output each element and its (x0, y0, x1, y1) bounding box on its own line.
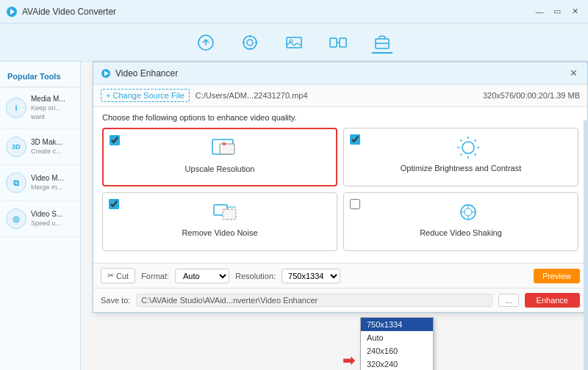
sidebar-item-video-s[interactable]: ◎ Video S...Speed u... (0, 201, 80, 237)
svg-line-27 (460, 139, 462, 141)
preview-btn[interactable]: Preview (534, 269, 580, 283)
save-bar: Save to: C:\AVAide Studio\AVAid...nverte… (93, 288, 587, 312)
shaking-icon (365, 199, 572, 225)
svg-point-22 (462, 142, 474, 153)
enhance-btn[interactable]: Enhance (525, 293, 580, 308)
dropdown-item-320x240[interactable]: 320x240 (361, 358, 433, 370)
video-s-icon: ◎ (6, 208, 26, 229)
3d-icon: 3D (6, 137, 26, 157)
window-controls: — ▭ ✕ (532, 4, 582, 19)
noise-label: Remove Video Noise (182, 228, 257, 237)
save-label: Save to: (101, 296, 130, 305)
sidebar: Popular Tools i Media M...Keep ori...wan… (0, 62, 81, 370)
resolution-dropdown[interactable]: 750x1334 Auto 240x160 320x240 480x320 64… (360, 317, 434, 370)
format-select[interactable]: Auto MP4 AVI MOV (175, 269, 229, 283)
dialog-close-btn[interactable]: ✕ (567, 67, 580, 80)
option-shaking-top (350, 199, 572, 225)
cut-icon: ✂ (107, 271, 114, 280)
shaking-checkbox[interactable] (350, 199, 360, 209)
cut-label: Cut (116, 272, 129, 280)
toolbar (0, 23, 588, 62)
save-path-input[interactable]: C:\AVAide Studio\AVAid...nverter\Video E… (136, 294, 492, 307)
upscale-icon (124, 135, 330, 162)
dialog-title: Video Enhancer (115, 68, 567, 79)
sidebar-item-3d[interactable]: 3D 3D Mak...Create c... (0, 129, 80, 165)
sidebar-item-media[interactable]: i Media M...Keep ori...want (0, 87, 80, 129)
file-bar: + Change Source File C:/Users/ADM...2243… (93, 84, 587, 107)
toolbar-convert[interactable] (196, 32, 216, 53)
browse-btn[interactable]: ... (498, 294, 518, 307)
toolbar-toolbox[interactable] (372, 32, 392, 54)
sidebar-label-media: Media M...Keep ori...want (31, 95, 65, 121)
sidebar-header: Popular Tools (0, 68, 80, 87)
video-m-icon: ⧉ (6, 173, 26, 193)
svg-line-28 (475, 154, 476, 156)
bottom-bar: ✂ Cut Format: Auto MP4 AVI MOV Resolutio… (93, 263, 587, 288)
arrow-icon: ➡ (343, 352, 355, 369)
option-shaking[interactable]: Reduce Video Shaking (343, 192, 578, 251)
option-upscale-top (110, 135, 330, 162)
option-noise-top (109, 199, 331, 225)
add-source-btn[interactable]: + Change Source File (101, 89, 190, 102)
sidebar-label-video-s: Video S...Speed u... (31, 210, 62, 228)
resolution-select[interactable]: 750x1334 Auto 240x160 320x240 480x320 64… (282, 269, 340, 283)
svg-line-29 (475, 139, 476, 141)
dialog-title-bar: Video Enhancer ✕ (93, 62, 587, 84)
toolbar-enhance[interactable] (240, 32, 260, 53)
upscale-label: Upscale Resolution (185, 164, 255, 173)
noise-checkbox[interactable] (109, 199, 119, 209)
video-enhancer-dialog: Video Enhancer ✕ + Change Source File C:… (93, 62, 588, 313)
title-bar: AVAide Video Converter — ▭ ✕ (0, 0, 588, 23)
app-title: AVAide Video Converter (22, 7, 532, 17)
options-area: Choose the following options to enhance … (93, 107, 587, 263)
option-brightness[interactable]: Optimize Brightness and Contrast (343, 128, 578, 186)
option-noise[interactable]: Remove Video Noise (102, 192, 337, 251)
svg-rect-32 (223, 209, 236, 220)
sidebar-label-3d: 3D Mak...Create c... (31, 138, 62, 156)
dropdown-item-auto[interactable]: Auto (361, 331, 433, 344)
minimize-btn[interactable]: — (532, 4, 547, 19)
svg-point-3 (243, 36, 257, 49)
content-area: with your video Video Enhancer ✕ + Chang… (81, 62, 588, 370)
cut-btn[interactable]: ✂ Cut (101, 268, 135, 283)
svg-rect-11 (330, 38, 337, 47)
media-icon: i (6, 98, 26, 118)
close-btn[interactable]: ✕ (567, 4, 582, 19)
main-layout: Popular Tools i Media M...Keep ori...wan… (0, 62, 588, 370)
dropdown-item-750x1334-top[interactable]: 750x1334 (361, 318, 433, 331)
upscale-checkbox[interactable] (110, 135, 120, 145)
sidebar-label-video-m: Video M...Merge m... (31, 174, 64, 192)
format-label: Format: (141, 272, 169, 280)
svg-rect-9 (287, 37, 301, 48)
file-info: 320x576/00:00:20/1.39 MB (483, 91, 580, 100)
toolbar-merge[interactable] (328, 32, 348, 53)
shaking-label: Reduce Video Shaking (420, 228, 502, 237)
option-brightness-top (350, 134, 572, 161)
brightness-icon (365, 134, 572, 161)
option-upscale[interactable]: Upscale Resolution (102, 128, 337, 186)
brightness-checkbox[interactable] (350, 134, 360, 145)
noise-icon (123, 199, 331, 225)
option-grid: Upscale Resolution (102, 128, 578, 251)
svg-rect-12 (340, 38, 346, 47)
svg-rect-19 (220, 144, 234, 154)
sidebar-item-video-m[interactable]: ⧉ Video M...Merge m... (0, 165, 80, 201)
svg-point-35 (465, 208, 472, 216)
resolution-label: Resolution: (235, 272, 276, 280)
toolbar-image[interactable] (284, 32, 304, 53)
watermark-strip (584, 120, 588, 370)
options-hint: Choose the following options to enhance … (102, 113, 578, 122)
svg-line-30 (460, 154, 462, 156)
dialog-title-icon (101, 68, 111, 79)
svg-point-4 (247, 40, 253, 46)
dropdown-item-240x160[interactable]: 240x160 (361, 344, 433, 358)
file-path: C:/Users/ADM...22431270.mp4 (196, 91, 477, 100)
app-icon (6, 6, 18, 18)
maximize-btn[interactable]: ▭ (550, 4, 564, 19)
brightness-label: Optimize Brightness and Contrast (401, 164, 521, 173)
